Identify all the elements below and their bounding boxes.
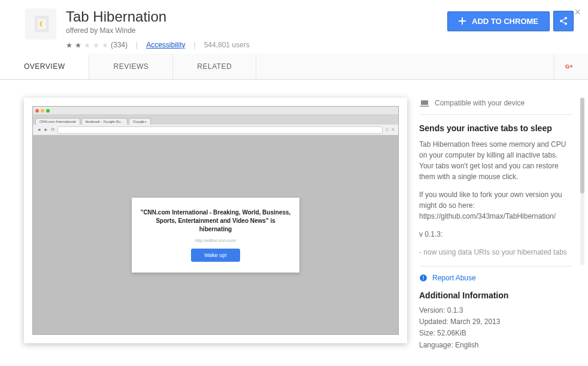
hibernate-title: "CNN.com International - Breaking, World…	[140, 208, 291, 234]
reload-icon: ⟳	[51, 127, 55, 132]
description-text: - now using data URIs so your hibernated…	[419, 247, 572, 258]
tab-related[interactable]: RELATED	[173, 54, 256, 79]
tab-reviews[interactable]: REVIEWS	[89, 54, 173, 79]
browser-tab: facebook - Google-Su...	[81, 118, 128, 125]
screenshot-carousel[interactable]: CNN.com International facebook - Google-…	[24, 98, 407, 343]
report-abuse-label: Report Abuse	[432, 274, 476, 282]
scroll-thumb[interactable]	[580, 98, 584, 193]
user-count: 544,801 users	[204, 41, 250, 49]
traffic-green	[46, 109, 50, 113]
additional-info-title: Additional Information	[419, 291, 572, 300]
plus-icon	[459, 17, 466, 25]
accessibility-link[interactable]: Accessibility	[146, 41, 185, 49]
tab-overview[interactable]: OVERVIEW	[0, 53, 89, 79]
separator: |	[194, 41, 196, 49]
browser-titlebar	[33, 107, 398, 115]
add-button-label: ADD TO CHROME	[472, 17, 538, 26]
rating-stars[interactable]: (334)	[66, 41, 128, 49]
info-updated: Updated: March 29, 2013	[419, 316, 572, 328]
browser-url-bar: ◄ ► ⟳ ☆ ≡	[33, 125, 398, 135]
description-title: Sends your inactive tabs to sleep	[419, 123, 572, 133]
tab-bar: OVERVIEW REVIEWS RELATED G+	[0, 54, 588, 80]
compatibility-row: Compatible with your device	[419, 98, 572, 115]
nav-fwd-icon: ►	[44, 127, 49, 132]
url-input	[57, 126, 383, 134]
share-icon	[559, 16, 568, 26]
share-button[interactable]	[553, 11, 574, 31]
header-info: Tab Hibernation offered by Max Winde (33…	[66, 8, 447, 49]
sidebar: Compatible with your device Sends your i…	[419, 98, 580, 353]
traffic-yellow	[41, 109, 44, 113]
browser-tab: Google+	[129, 118, 151, 125]
info-version: Version: 0.1.3	[419, 305, 572, 316]
info-size: Size: 52.06KiB	[419, 328, 572, 339]
sidebar-scrollbar[interactable]	[580, 98, 584, 265]
laptop-icon	[419, 98, 430, 108]
alert-icon	[419, 274, 428, 282]
extension-title: Tab Hibernation	[66, 8, 447, 25]
meta-row: (334) | Accessibility | 544,801 users	[66, 41, 447, 49]
menu-icon: ≡	[392, 127, 395, 132]
add-to-chrome-button[interactable]: ADD TO CHROME	[447, 11, 550, 31]
tab-google-plus[interactable]: G+	[554, 54, 588, 79]
info-language: Language: English	[419, 340, 572, 351]
header-buttons: ADD TO CHROME	[447, 11, 574, 31]
extension-icon	[25, 8, 56, 40]
svg-text:G+: G+	[565, 63, 573, 69]
offered-by: offered by Max Winde	[66, 26, 447, 35]
extension-header: Tab Hibernation offered by Max Winde (33…	[0, 0, 588, 54]
hibernate-card: "CNN.com International - Breaking, World…	[132, 198, 299, 273]
browser-viewport: "CNN.com International - Breaking, World…	[33, 135, 398, 334]
browser-tab-strip: CNN.com International facebook - Google-…	[33, 115, 398, 125]
google-plus-icon: G+	[565, 62, 577, 71]
description-text: Tab Hibernation frees some memory and CP…	[419, 139, 572, 182]
rating-count: (334)	[111, 41, 128, 49]
description-text: v 0.1.3:	[419, 229, 572, 240]
wake-up-button: Wake up!	[191, 249, 240, 262]
traffic-red	[35, 109, 39, 113]
browser-tab: CNN.com International	[35, 118, 80, 125]
description-text: If you would like to fork your own versi…	[419, 189, 572, 222]
nav-back-icon: ◄	[37, 127, 41, 132]
content-area: CNN.com International facebook - Google-…	[0, 80, 588, 362]
compatibility-text: Compatible with your device	[435, 99, 525, 107]
screenshot-image: CNN.com International facebook - Google-…	[32, 106, 399, 335]
star-icon: ☆	[385, 127, 389, 132]
close-button[interactable]: ×	[574, 6, 581, 19]
report-abuse-link[interactable]: Report Abuse	[419, 266, 572, 282]
hibernate-url: http://edition.cnn.com/	[140, 238, 291, 243]
separator: |	[136, 41, 138, 49]
